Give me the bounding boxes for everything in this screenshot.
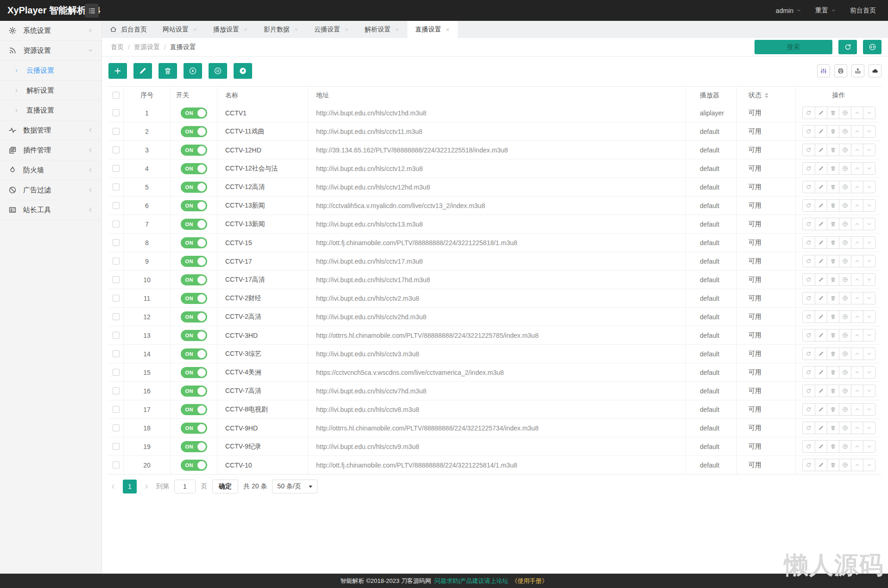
row-edit-button[interactable]	[815, 367, 827, 378]
row-delete-button[interactable]	[827, 181, 839, 193]
delete-button[interactable]	[159, 63, 177, 79]
row-edit-button[interactable]	[815, 404, 827, 415]
row-delete-button[interactable]	[827, 144, 839, 156]
row-checkbox[interactable]	[113, 424, 120, 431]
row-checkbox[interactable]	[113, 276, 120, 283]
row-refresh-button[interactable]	[803, 385, 815, 397]
row-delete-button[interactable]	[827, 348, 839, 360]
select-all-checkbox[interactable]	[113, 92, 120, 99]
sidebar-subitem-cloud-play-settings[interactable]: 云播设置	[0, 61, 101, 81]
switch-toggle[interactable]: ON	[181, 163, 207, 174]
row-refresh-button[interactable]	[803, 200, 815, 211]
user-menu[interactable]: admin	[776, 7, 801, 14]
switch-toggle[interactable]: ON	[181, 311, 207, 322]
row-move-up-button[interactable]	[851, 441, 863, 452]
row-top-button[interactable]	[839, 311, 851, 322]
row-delete-button[interactable]	[827, 404, 839, 415]
switch-toggle[interactable]: ON	[181, 423, 207, 434]
refresh-page-button[interactable]	[838, 40, 857, 54]
tab-dashboard[interactable]: 后台首页	[102, 21, 155, 38]
tab-cloud-play[interactable]: 云播设置	[306, 21, 357, 38]
export-button[interactable]	[851, 64, 864, 77]
row-delete-button[interactable]	[827, 385, 839, 397]
row-move-up-button[interactable]	[851, 329, 863, 341]
row-edit-button[interactable]	[815, 441, 827, 452]
row-refresh-button[interactable]	[803, 329, 815, 341]
tab-site-settings[interactable]: 网站设置	[155, 21, 205, 38]
switch-toggle[interactable]: ON	[181, 237, 207, 248]
row-delete-button[interactable]	[827, 218, 839, 230]
front-home-link[interactable]: 前台首页	[850, 6, 876, 15]
close-tab-icon[interactable]	[395, 27, 400, 32]
row-move-up-button[interactable]	[851, 422, 863, 434]
row-checkbox[interactable]	[113, 146, 120, 153]
row-top-button[interactable]	[839, 422, 851, 434]
row-edit-button[interactable]	[815, 422, 827, 434]
row-move-up-button[interactable]	[851, 459, 863, 471]
row-edit-button[interactable]	[815, 385, 827, 397]
row-top-button[interactable]	[839, 385, 851, 397]
row-delete-button[interactable]	[827, 459, 839, 471]
reset-menu[interactable]: 重置	[815, 6, 836, 15]
row-refresh-button[interactable]	[803, 404, 815, 415]
sidebar-item-webmaster-tools[interactable]: 站长工具	[0, 200, 101, 220]
tab-parse-settings[interactable]: 解析设置	[357, 21, 407, 38]
row-top-button[interactable]	[839, 441, 851, 452]
switch-toggle[interactable]: ON	[181, 274, 207, 285]
row-move-up-button[interactable]	[851, 255, 863, 267]
row-move-down-button[interactable]	[863, 459, 875, 471]
switch-toggle[interactable]: ON	[181, 293, 207, 304]
footer-forum-link[interactable]: 问题求助|产品建议请上论坛	[434, 577, 508, 585]
row-checkbox[interactable]	[113, 313, 120, 320]
row-delete-button[interactable]	[827, 367, 839, 378]
switch-toggle[interactable]: ON	[181, 182, 207, 193]
row-move-down-button[interactable]	[863, 292, 875, 304]
row-delete-button[interactable]	[827, 274, 839, 285]
row-checkbox[interactable]	[113, 221, 120, 228]
row-refresh-button[interactable]	[803, 218, 815, 230]
row-edit-button[interactable]	[815, 459, 827, 471]
row-checkbox[interactable]	[113, 387, 120, 394]
sidebar-item-system-settings[interactable]: 系统设置	[0, 21, 101, 41]
switch-toggle[interactable]: ON	[181, 404, 207, 415]
row-checkbox[interactable]	[113, 183, 120, 190]
row-refresh-button[interactable]	[803, 163, 815, 174]
row-refresh-button[interactable]	[803, 292, 815, 304]
row-move-up-button[interactable]	[851, 200, 863, 211]
row-delete-button[interactable]	[827, 237, 839, 248]
switch-toggle[interactable]: ON	[181, 348, 207, 360]
row-edit-button[interactable]	[815, 181, 827, 193]
row-move-down-button[interactable]	[863, 181, 875, 193]
row-top-button[interactable]	[839, 181, 851, 193]
row-delete-button[interactable]	[827, 200, 839, 211]
row-checkbox[interactable]	[113, 350, 120, 357]
row-move-up-button[interactable]	[851, 367, 863, 378]
row-move-down-button[interactable]	[863, 163, 875, 174]
switch-toggle[interactable]: ON	[181, 367, 207, 378]
row-checkbox[interactable]	[113, 202, 120, 209]
row-refresh-button[interactable]	[803, 126, 815, 137]
switch-toggle[interactable]: ON	[181, 200, 207, 211]
row-move-down-button[interactable]	[863, 200, 875, 211]
code-button[interactable]	[863, 40, 882, 54]
row-top-button[interactable]	[839, 404, 851, 415]
row-move-up-button[interactable]	[851, 218, 863, 230]
edit-button[interactable]	[133, 63, 152, 79]
row-edit-button[interactable]	[815, 274, 827, 285]
row-move-up-button[interactable]	[851, 311, 863, 322]
row-delete-button[interactable]	[827, 329, 839, 341]
row-top-button[interactable]	[839, 255, 851, 267]
row-move-down-button[interactable]	[863, 385, 875, 397]
sidebar-toggle-button[interactable]	[85, 4, 99, 18]
row-delete-button[interactable]	[827, 441, 839, 452]
switch-toggle[interactable]: ON	[181, 256, 207, 267]
row-refresh-button[interactable]	[803, 459, 815, 471]
tab-live-settings[interactable]: 直播设置	[407, 21, 458, 38]
row-top-button[interactable]	[839, 274, 851, 285]
row-move-up-button[interactable]	[851, 163, 863, 174]
row-top-button[interactable]	[839, 367, 851, 378]
close-tab-icon[interactable]	[294, 27, 298, 32]
switch-toggle[interactable]: ON	[181, 441, 207, 452]
row-move-up-button[interactable]	[851, 237, 863, 248]
row-refresh-button[interactable]	[803, 237, 815, 248]
